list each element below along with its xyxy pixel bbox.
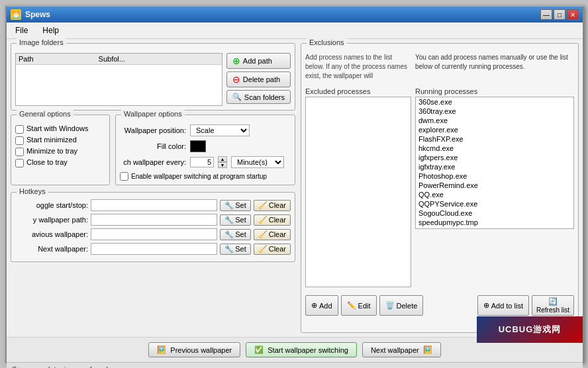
checkbox-start-windows[interactable]: Start with Windows	[15, 124, 105, 134]
exclusions-side-note: You can add process names manually or us…	[415, 53, 574, 71]
position-select[interactable]: Scale	[190, 124, 250, 136]
minimize-button[interactable]: —	[540, 9, 552, 20]
app-icon: 🌅	[11, 9, 21, 20]
image-folders-title: Image folders	[17, 38, 66, 46]
checkbox-minimize-tray-label: Minimize to tray	[26, 147, 77, 155]
delete-path-button[interactable]: ⊖ Delete path	[226, 71, 291, 87]
status-bar: Scan complete. images found.	[7, 362, 583, 368]
fill-color-picker[interactable]	[190, 140, 206, 152]
running-process-item[interactable]: FlashFXP.exe	[416, 134, 573, 144]
checkbox-minimize-tray-input[interactable]	[15, 148, 24, 156]
spin-down[interactable]: ▼	[218, 162, 227, 168]
running-process-item[interactable]: speedupmypc.tmp	[416, 218, 573, 227]
running-process-item[interactable]: 360tray.exe	[416, 107, 573, 116]
add-to-list-icon: ⊕	[483, 301, 489, 310]
hotkeys-group: Hotkeys oggle start/stop: 🔧 Set 🧹 Clear	[11, 192, 295, 262]
title-controls: — □ ✕	[540, 9, 579, 20]
general-options-group: General options Start with Windows Start…	[11, 115, 110, 185]
running-process-item[interactable]: hkcmd.exe	[416, 144, 573, 153]
hotkey-set-3[interactable]: 🔧 Set	[220, 244, 251, 255]
prev-wallpaper-button[interactable]: 🖼️ Previous wallpaper	[148, 342, 240, 357]
add-to-list-button[interactable]: ⊕ Add to list	[477, 295, 529, 316]
checkbox-close-tray[interactable]: Close to tray	[15, 158, 105, 167]
clear-icon-0: 🧹	[258, 201, 268, 210]
clear-icon-2: 🧹	[258, 230, 268, 239]
checkbox-start-windows-input[interactable]	[15, 125, 24, 134]
hotkey-input-0[interactable]	[91, 199, 217, 211]
running-list[interactable]: 360se.exe360tray.exedwm.exeexplorer.exeF…	[415, 97, 574, 229]
options-row: General options Start with Windows Start…	[11, 115, 295, 185]
hotkey-row-3: Next wallpaper: 🔧 Set 🧹 Clear	[15, 243, 291, 255]
edit-exclusion-button[interactable]: ✏️ Edit	[341, 295, 377, 316]
hotkey-row-1: y wallpaper path: 🔧 Set 🧹 Clear	[15, 214, 291, 226]
running-process-item[interactable]: Photoshop.exe	[416, 171, 573, 181]
hotkey-input-2[interactable]	[91, 228, 217, 240]
clear-icon-1: 🧹	[258, 216, 268, 224]
running-label: Running processes	[415, 87, 574, 95]
position-row: Wallpaper position: Scale	[120, 124, 291, 136]
add-icon: ⊕	[232, 56, 240, 66]
interval-select[interactable]: Minute(s)	[231, 156, 284, 168]
refresh-list-button[interactable]: 🔄 Refresh list	[532, 295, 574, 316]
running-process-item[interactable]: SogouCloud.exe	[416, 208, 573, 218]
scan-icon: 🔍	[232, 93, 242, 101]
checkbox-start-windows-label: Start with Windows	[26, 124, 89, 132]
checkbox-close-tray-input[interactable]	[15, 159, 24, 167]
hotkey-clear-2[interactable]: 🧹 Clear	[254, 229, 291, 240]
running-process-item[interactable]: dwm.exe	[416, 116, 573, 125]
running-process-item[interactable]: igfxpers.exe	[416, 153, 573, 162]
change-every-label: ch wallpaper every:	[120, 158, 186, 166]
running-process-item[interactable]: Spews.exe	[416, 227, 573, 229]
running-process-item[interactable]: explorer.exe	[416, 125, 573, 134]
checkbox-start-minimized[interactable]: Start minimized	[15, 136, 105, 145]
running-process-item[interactable]: QQ.exe	[416, 190, 573, 199]
delete-exclusion-button[interactable]: 🗑️ Delete	[379, 295, 424, 316]
checkbox-minimize-tray[interactable]: Minimize to tray	[15, 147, 105, 156]
scan-folders-button[interactable]: 🔍 Scan folders	[226, 90, 291, 104]
start-switching-button[interactable]: ✅ Start wallpaper switching	[246, 342, 357, 357]
menu-file[interactable]: File	[9, 24, 34, 37]
close-button[interactable]: ✕	[567, 9, 579, 20]
exclusion-left-actions: ⊕ Add ✏️ Edit 🗑️ Delete	[305, 295, 423, 316]
hotkey-clear-0[interactable]: 🧹 Clear	[254, 200, 291, 211]
running-process-item[interactable]: PowerRemind.exe	[416, 181, 573, 190]
hotkey-clear-1[interactable]: 🧹 Clear	[254, 214, 291, 226]
prev-icon: 🖼️	[157, 345, 166, 354]
checkbox-start-minimized-input[interactable]	[15, 136, 24, 145]
next-wallpaper-button[interactable]: Next wallpaper 🖼️	[362, 342, 441, 357]
fillcolor-row: Fill color:	[120, 140, 291, 152]
hotkey-set-0[interactable]: 🔧 Set	[220, 200, 251, 211]
running-process-item[interactable]: igfxtray.exe	[416, 162, 573, 171]
position-label: Wallpaper position:	[120, 126, 186, 134]
hotkey-input-3[interactable]	[91, 243, 217, 255]
col-path: Path	[16, 54, 96, 65]
window-title: Spews	[25, 10, 50, 19]
start-icon: ✅	[254, 345, 264, 354]
excluded-list[interactable]	[305, 97, 411, 287]
exclusions-description: Add process names to the list below. If …	[305, 53, 411, 81]
spin-up[interactable]: ▲	[218, 156, 227, 162]
clear-icon-3: 🧹	[258, 245, 268, 253]
enable-switching-checkbox[interactable]	[120, 172, 128, 181]
hotkey-input-1[interactable]	[91, 214, 217, 226]
wallpaper-options-title: Wallpaper options	[121, 110, 185, 118]
hotkey-label-3: Next wallpaper:	[15, 245, 88, 253]
change-every-input[interactable]	[190, 157, 214, 167]
running-process-item[interactable]: 360se.exe	[416, 97, 573, 107]
add-path-button[interactable]: ⊕ Add path	[226, 53, 291, 69]
hotkey-set-2[interactable]: 🔧 Set	[220, 229, 251, 240]
next-icon: 🖼️	[423, 345, 432, 354]
exclusions-group: Exclusions Add process names to the list…	[301, 43, 579, 333]
add-exclusion-button[interactable]: ⊕ Add	[305, 295, 338, 316]
enable-switching-row[interactable]: Enable wallpaper switching at program st…	[120, 172, 291, 181]
set-icon-2: 🔧	[224, 230, 234, 239]
maximize-button[interactable]: □	[554, 9, 565, 20]
excluded-label: Excluded processes	[305, 87, 411, 95]
running-process-item[interactable]: QQPYService.exe	[416, 199, 573, 208]
hotkey-label-0: oggle start/stop:	[15, 201, 88, 209]
hotkey-set-1[interactable]: 🔧 Set	[220, 214, 251, 226]
folders-table[interactable]: Path Subfol...	[15, 53, 222, 106]
hotkey-clear-3[interactable]: 🧹 Clear	[254, 244, 291, 255]
menu-help[interactable]: Help	[36, 24, 65, 37]
running-panel: Running processes 360se.exe360tray.exedw…	[415, 87, 574, 287]
